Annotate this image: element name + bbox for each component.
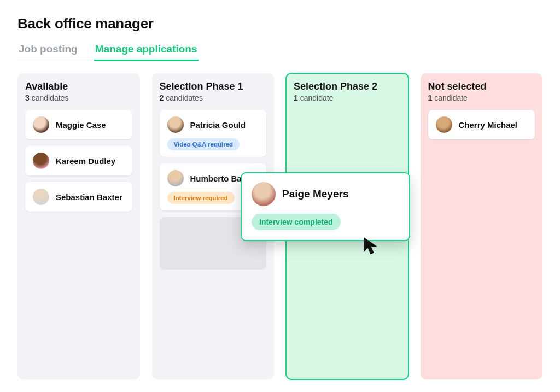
column-subtitle: 1 candidate: [428, 93, 535, 102]
candidate-card[interactable]: Maggie Case: [25, 110, 132, 139]
column-subtitle: 3 candidates: [25, 93, 132, 102]
column-title: Selection Phase 1: [160, 81, 267, 92]
status-badge: Video Q&A required: [167, 138, 240, 150]
candidate-card[interactable]: Cherry Michael: [428, 110, 535, 139]
column-not-selected[interactable]: Not selected 1 candidate Cherry Michael: [421, 73, 543, 379]
candidate-card[interactable]: Sebastian Baxter: [25, 182, 132, 212]
tab-job-posting[interactable]: Job posting: [18, 40, 79, 61]
status-badge: Interview required: [167, 192, 235, 204]
candidate-name: Paige Meyers: [282, 188, 348, 200]
avatar: [33, 116, 49, 133]
column-title: Selection Phase 2: [294, 81, 401, 92]
candidate-name: Maggie Case: [56, 120, 106, 130]
tab-bar: Job posting Manage applications: [18, 40, 199, 61]
dragged-candidate-card[interactable]: Paige Meyers Interview completed: [241, 172, 410, 241]
column-subtitle: 2 candidates: [160, 93, 267, 102]
candidate-card[interactable]: Patricia Gould Video Q&A required: [160, 110, 267, 157]
candidate-name: Cherry Michael: [459, 120, 518, 130]
avatar: [167, 170, 184, 186]
column-subtitle: 1 candidate: [294, 93, 401, 102]
candidate-name: Sebastian Baxter: [56, 192, 122, 202]
status-badge: Interview completed: [252, 214, 341, 230]
avatar: [436, 116, 452, 133]
candidate-name: Kareem Dudley: [56, 156, 115, 166]
column-title: Not selected: [428, 81, 535, 92]
avatar: [252, 182, 276, 206]
avatar: [33, 153, 49, 169]
candidate-name: Patricia Gould: [190, 120, 246, 130]
tab-manage-applications[interactable]: Manage applications: [94, 40, 199, 61]
avatar: [33, 189, 49, 205]
column-title: Available: [25, 81, 132, 92]
candidate-card[interactable]: Kareem Dudley: [25, 146, 132, 175]
page-title: Back office manager: [18, 15, 542, 32]
column-available[interactable]: Available 3 candidates Maggie Case Karee…: [18, 73, 140, 379]
avatar: [167, 116, 184, 133]
